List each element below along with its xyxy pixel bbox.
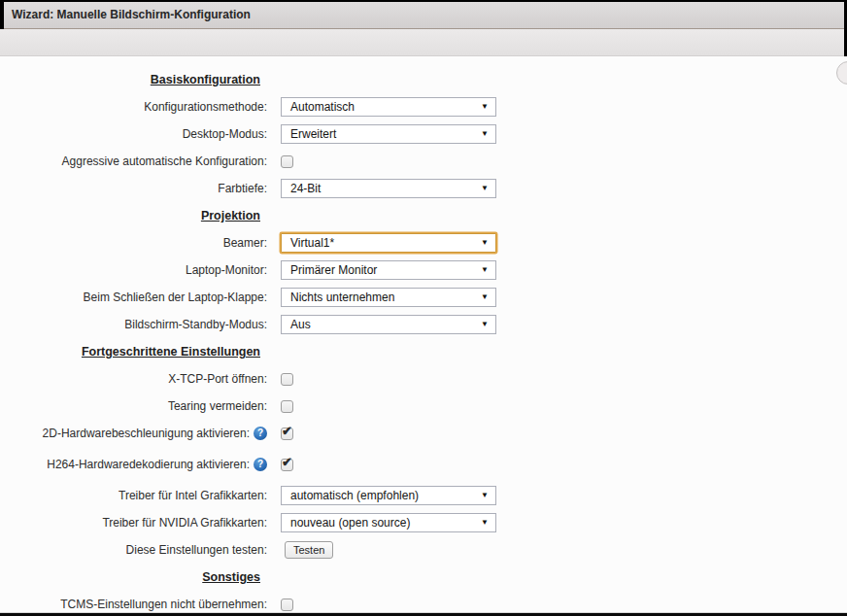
- intel-treiber-select[interactable]: automatisch (empfohlen) ▼: [281, 486, 496, 505]
- select-value: Primärer Monitor: [290, 263, 377, 277]
- tearing-label: Tearing vermeiden:: [0, 399, 267, 413]
- select-value: Nichts unternehmen: [290, 291, 394, 304]
- row-tearing: Tearing vermeiden: ✔: [0, 396, 847, 416]
- select-value: 24-Bit: [290, 182, 321, 195]
- xtcp-port-checkbox[interactable]: ✔: [281, 373, 293, 386]
- select-value: automatisch (empfohlen): [290, 489, 419, 502]
- nvidia-treiber-select[interactable]: nouveau (open source) ▼: [281, 513, 496, 532]
- standby-modus-label: Bildschirm-Standby-Modus:: [0, 318, 267, 331]
- tearing-checkbox[interactable]: ✔: [281, 400, 293, 413]
- section-projektion: Projektion: [0, 209, 847, 223]
- row-laptop-klappe: Beim Schließen der Laptop-Klappe: Nichts…: [0, 288, 847, 307]
- section-heading: Fortgeschrittene Einstellungen: [0, 345, 260, 359]
- row-standby-modus: Bildschirm-Standby-Modus: Aus ▼: [0, 315, 847, 334]
- beamer-label: Beamer:: [0, 236, 267, 250]
- aggressive-konfiguration-checkbox[interactable]: ✔: [281, 155, 293, 168]
- select-value: Erweitert: [290, 127, 336, 141]
- window-edge-left: [0, 0, 4, 29]
- section-heading: Projektion: [0, 209, 260, 223]
- checkmark-icon: ✔: [282, 424, 292, 438]
- row-konfigurationsmethode: Konfigurationsmethode: Automatisch ▼: [0, 97, 847, 117]
- tcms-label: TCMS-Einstellungen nicht übernehmen:: [0, 598, 267, 611]
- intel-treiber-label: Treiber für Intel Grafikkarten:: [0, 489, 267, 502]
- 2d-hardware-checkbox[interactable]: ✔: [281, 428, 293, 440]
- standby-modus-select[interactable]: Aus ▼: [281, 315, 496, 334]
- section-heading: Basiskonfiguration: [0, 73, 260, 87]
- select-value: nouveau (open source): [290, 516, 410, 530]
- farbtiefe-label: Farbtiefe:: [0, 182, 267, 195]
- row-xtcp-port: X-TCP-Port öffnen: ✔: [0, 369, 847, 389]
- toolbar: [0, 29, 847, 56]
- select-value: Virtual1*: [290, 236, 334, 250]
- beamer-select[interactable]: Virtual1* ▼: [281, 233, 496, 253]
- dropdown-arrow-icon: ▼: [481, 487, 489, 504]
- dropdown-arrow-icon: ▼: [481, 289, 489, 306]
- testen-button[interactable]: Testen: [285, 541, 333, 559]
- konfigurationsmethode-select[interactable]: Automatisch ▼: [281, 97, 496, 117]
- help-icon[interactable]: ?: [254, 427, 267, 440]
- section-fortgeschrittene-einstellungen: Fortgeschrittene Einstellungen: [0, 345, 847, 359]
- settings-form: Basiskonfiguration Konfigurationsmethode…: [0, 56, 847, 616]
- xtcp-port-label: X-TCP-Port öffnen:: [0, 372, 267, 386]
- h264-checkbox[interactable]: ✔: [281, 459, 293, 471]
- desktop-modus-label: Desktop-Modus:: [0, 127, 267, 141]
- dropdown-arrow-icon: ▼: [481, 125, 489, 143]
- select-value: Aus: [290, 318, 311, 331]
- desktop-modus-select[interactable]: Erweitert ▼: [281, 124, 496, 144]
- dropdown-arrow-icon: ▼: [481, 316, 489, 333]
- section-heading: Sonstiges: [0, 570, 260, 585]
- row-laptop-monitor: Laptop-Monitor: Primärer Monitor ▼: [0, 260, 847, 280]
- tcms-checkbox[interactable]: ✔: [281, 599, 293, 611]
- dropdown-arrow-icon: ▼: [481, 234, 489, 252]
- row-nvidia-treiber: Treiber für NVIDIA Grafikkarten: nouveau…: [0, 513, 847, 532]
- row-testen: Diese Einstellungen testen: Testen: [0, 540, 847, 560]
- row-beamer: Beamer: Virtual1* ▼: [0, 233, 847, 253]
- laptop-monitor-select[interactable]: Primärer Monitor ▼: [281, 260, 496, 280]
- bottom-bar: [0, 612, 847, 616]
- nvidia-treiber-label: Treiber für NVIDIA Grafikkarten:: [0, 516, 267, 530]
- 2d-hardware-label: 2D-Hardwarebeschleunigung aktivieren:: [43, 427, 250, 440]
- dropdown-arrow-icon: ▼: [481, 98, 489, 116]
- row-farbtiefe: Farbtiefe: 24-Bit ▼: [0, 179, 847, 198]
- row-desktop-modus: Desktop-Modus: Erweitert ▼: [0, 124, 847, 144]
- checkmark-icon: ✔: [282, 455, 292, 469]
- section-basiskonfiguration: Basiskonfiguration: [0, 73, 847, 87]
- row-2d-hardware: 2D-Hardwarebeschleunigung aktivieren: ? …: [0, 424, 847, 443]
- section-sonstiges: Sonstiges: [0, 570, 847, 585]
- row-intel-treiber: Treiber für Intel Grafikkarten: automati…: [0, 486, 847, 505]
- dropdown-arrow-icon: ▼: [481, 514, 489, 531]
- window-title: Wizard: Manuelle Bildschirm-Konfiguratio…: [12, 8, 251, 21]
- row-h264: H264-Hardwaredekodierung aktivieren: ? ✔: [0, 455, 847, 474]
- h264-label: H264-Hardwaredekodierung aktivieren:: [47, 458, 250, 471]
- window-title-bar: Wizard: Manuelle Bildschirm-Konfiguratio…: [0, 0, 847, 29]
- dropdown-arrow-icon: ▼: [481, 180, 489, 197]
- laptop-klappe-label: Beim Schließen der Laptop-Klappe:: [0, 291, 267, 304]
- row-tcms: TCMS-Einstellungen nicht übernehmen: ✔: [0, 595, 847, 614]
- farbtiefe-select[interactable]: 24-Bit ▼: [281, 179, 496, 198]
- laptop-klappe-select[interactable]: Nichts unternehmen ▼: [281, 288, 496, 307]
- row-aggressive-konfiguration: Aggressive automatische Konfiguration: ✔: [0, 152, 847, 171]
- laptop-monitor-label: Laptop-Monitor:: [0, 263, 267, 277]
- help-icon[interactable]: ?: [254, 458, 267, 471]
- testen-label: Diese Einstellungen testen:: [0, 543, 267, 557]
- dropdown-arrow-icon: ▼: [481, 261, 489, 279]
- aggressive-konfiguration-label: Aggressive automatische Konfiguration:: [0, 154, 267, 168]
- select-value: Automatisch: [290, 100, 355, 114]
- konfigurationsmethode-label: Konfigurationsmethode:: [0, 100, 267, 114]
